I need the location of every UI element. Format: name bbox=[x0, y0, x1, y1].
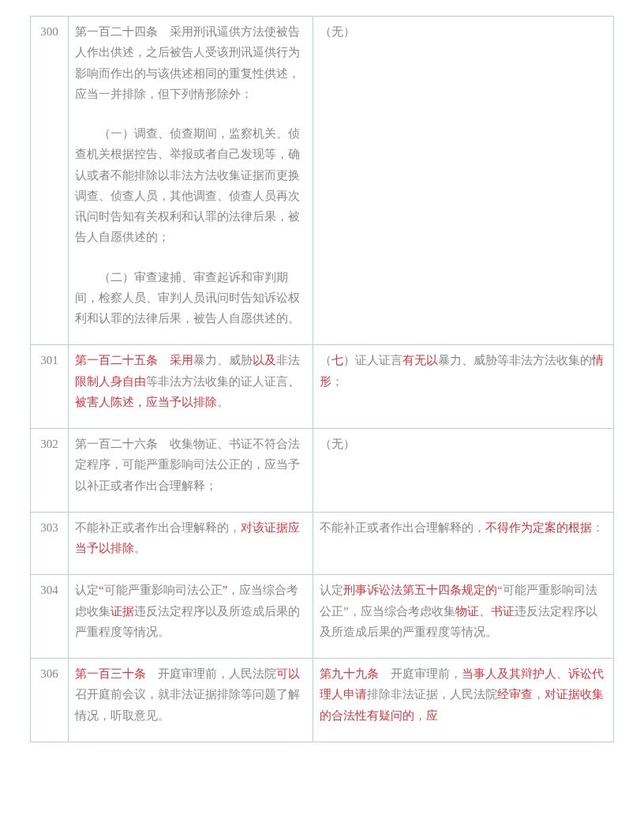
paragraph: 不能补正或者作出合理解释的，对该证据应当予以排除。 bbox=[75, 517, 306, 559]
content-cell: 第一百三十条 开庭审理前，人民法院可以召开庭前会议，就非法证据排除等问题了解情况… bbox=[69, 659, 313, 742]
content-cell: （无） bbox=[313, 17, 614, 345]
paragraph: 第一百二十六条 收集物证、书证不符合法定程序，可能严重影响司法公正的，应当予以补… bbox=[75, 434, 306, 496]
content-cell: （七）证人证言有无以暴力、威胁等非法方法收集的情形； bbox=[313, 345, 614, 429]
row-number: 303 bbox=[31, 512, 69, 575]
table-row: 306第一百三十条 开庭审理前，人民法院可以召开庭前会议，就非法证据排除等问题了… bbox=[31, 659, 614, 742]
content-cell: 第一百二十四条 采用刑讯逼供方法使被告人作出供述，之后被告人受该刑讯逼供行为影响… bbox=[69, 17, 313, 345]
text-segment: 、 bbox=[479, 605, 491, 618]
text-segment: 可能严重影响司法公正 bbox=[104, 584, 223, 596]
text-segment: 第一百二十六条 收集物证、书证不符合法定程序，可能严重影响司法公正的，应当予以补… bbox=[75, 438, 300, 492]
text-segment: （一）调查、侦查期间，监察机关、侦查机关根据控告、举报或者自己发现等，确认或者不… bbox=[75, 127, 300, 243]
content-cell: 认定刑事诉讼法第五十四条规定的“可能严重影响司法公正”，应当综合考虑收集物证、书… bbox=[313, 575, 614, 659]
text-segment: 第一百二十四条 采用刑讯逼供方法使被告人作出供述，之后被告人受该刑讯逼供行为影响… bbox=[75, 25, 300, 100]
text-segment: 召开庭前会议，就非法证据排除等问题了解情况，听取意见。 bbox=[75, 688, 300, 721]
text-segment: ）证人证言 bbox=[343, 354, 402, 366]
text-segment: ； bbox=[331, 375, 343, 388]
paragraph: 不能补正或者作出合理解释的，不得作为定案的根据： bbox=[320, 517, 607, 538]
highlighted-text: 限制人身自由 bbox=[75, 375, 146, 388]
highlighted-text: 当事人及其辩护人 bbox=[462, 667, 556, 680]
highlighted-text: 应 bbox=[426, 709, 438, 722]
text-segment: 非法 bbox=[276, 354, 300, 366]
paragraph: （二）审查逮捕、审查起诉和审判期间，检察人员、审判人员讯问时告知诉讼权利和认罪的… bbox=[75, 267, 306, 329]
highlighted-text: 可以 bbox=[276, 667, 300, 680]
row-number: 301 bbox=[31, 345, 69, 429]
text-segment: 开庭审理前，人民法院 bbox=[146, 667, 276, 680]
row-number: 304 bbox=[31, 575, 69, 659]
paragraph: 第一百二十五条 采用暴力、威胁以及非法限制人身自由等非法方法收集的证人证言、被害… bbox=[75, 350, 306, 412]
paragraph: （七）证人证言有无以暴力、威胁等非法方法收集的情形； bbox=[320, 350, 607, 392]
highlighted-text: 刑事诉讼法第五十四条规定的 bbox=[343, 584, 497, 596]
row-number: 300 bbox=[31, 17, 69, 345]
highlighted-text: 七 bbox=[331, 354, 343, 366]
highlighted-text: 第九十九条 bbox=[320, 667, 379, 680]
text-segment: （无） bbox=[320, 25, 355, 38]
highlighted-text: 以及 bbox=[253, 354, 276, 366]
paragraph: （无） bbox=[320, 434, 607, 454]
content-cell: 不能补正或者作出合理解释的，不得作为定案的根据： bbox=[313, 512, 614, 575]
table-row: 304认定“可能严重影响司法公正”，应当综合考虑收集证据违反法定程序以及所造成后… bbox=[31, 575, 614, 659]
text-segment: 等非法方法收集的证人证言 bbox=[146, 375, 288, 388]
content-cell: 认定“可能严重影响司法公正”，应当综合考虑收集证据违反法定程序以及所造成后果的严… bbox=[69, 575, 313, 659]
highlighted-text: 证据 bbox=[110, 605, 134, 618]
text-segment: 认定 bbox=[75, 584, 99, 596]
text-segment: 开庭审理前， bbox=[379, 667, 462, 680]
highlighted-text: 第一百二十五条 采用 bbox=[75, 354, 193, 366]
highlighted-text: 有无以 bbox=[402, 354, 438, 366]
table-row: 302第一百二十六条 收集物证、书证不符合法定程序，可能严重影响司法公正的，应当… bbox=[31, 429, 614, 513]
content-cell: 第一百二十五条 采用暴力、威胁以及非法限制人身自由等非法方法收集的证人证言、被害… bbox=[69, 345, 313, 429]
content-cell: 不能补正或者作出合理解释的，对该证据应当予以排除。 bbox=[69, 512, 313, 575]
content-cell: 第一百二十六条 收集物证、书证不符合法定程序，可能严重影响司法公正的，应当予以补… bbox=[69, 429, 313, 513]
text-segment: 暴力、威胁 bbox=[193, 354, 253, 366]
text-segment: 。 bbox=[217, 396, 229, 408]
content-cell: （无） bbox=[313, 429, 614, 513]
text-segment: ， bbox=[414, 709, 426, 722]
text-segment: 不能补正或者作出合理解释的， bbox=[75, 521, 241, 534]
highlighted-text: 物证 bbox=[455, 605, 479, 618]
text-segment: （ bbox=[320, 354, 331, 366]
paragraph: 认定刑事诉讼法第五十四条规定的“可能严重影响司法公正”，应当综合考虑收集物证、书… bbox=[320, 580, 607, 642]
table-row: 303不能补正或者作出合理解释的，对该证据应当予以排除。不能补正或者作出合理解释… bbox=[31, 512, 614, 575]
text-segment: 暴力、威胁等非法方法收集的 bbox=[438, 354, 592, 366]
text-segment: 排除非法证据，人民法院 bbox=[367, 688, 497, 701]
highlighted-text: 不得作为定案的根据 bbox=[485, 521, 592, 534]
text-segment: ： bbox=[592, 521, 604, 534]
paragraph: 认定“可能严重影响司法公正”，应当综合考虑收集证据违反法定程序以及所造成后果的严… bbox=[75, 580, 306, 642]
paragraph: 第一百二十四条 采用刑讯逼供方法使被告人作出供述，之后被告人受该刑讯逼供行为影响… bbox=[75, 21, 306, 104]
comparison-table: 300第一百二十四条 采用刑讯逼供方法使被告人作出供述，之后被告人受该刑讯逼供行… bbox=[30, 16, 614, 742]
text-segment: 不能补正或者作出合理解释的， bbox=[320, 521, 485, 534]
text-segment: 、 bbox=[556, 667, 568, 680]
highlighted-text: 经审查 bbox=[497, 688, 533, 701]
paragraph: 第一百三十条 开庭审理前，人民法院可以召开庭前会议，就非法证据排除等问题了解情况… bbox=[75, 663, 306, 726]
row-number: 306 bbox=[31, 659, 69, 742]
text-segment: 。 bbox=[134, 542, 146, 554]
text-segment: 认定 bbox=[320, 584, 343, 596]
text-segment: （无） bbox=[320, 438, 355, 450]
content-cell: 第九十九条 开庭审理前，当事人及其辩护人、诉讼代理人申请排除非法证据，人民法院经… bbox=[313, 659, 614, 742]
text-segment: （二）审查逮捕、审查起诉和审判期间，检察人员、审判人员讯问时告知诉讼权利和认罪的… bbox=[75, 271, 300, 325]
paragraph: 第九十九条 开庭审理前，当事人及其辩护人、诉讼代理人申请排除非法证据，人民法院经… bbox=[320, 663, 607, 726]
paragraph: （一）调查、侦查期间，监察机关、侦查机关根据控告、举报或者自己发现等，确认或者不… bbox=[75, 123, 306, 248]
row-number: 302 bbox=[31, 429, 69, 513]
text-segment: ， bbox=[533, 688, 545, 701]
highlighted-text: “ bbox=[99, 584, 104, 596]
highlighted-text: 第一百三十条 bbox=[75, 667, 146, 680]
table-row: 301第一百二十五条 采用暴力、威胁以及非法限制人身自由等非法方法收集的证人证言… bbox=[31, 345, 614, 429]
table-row: 300第一百二十四条 采用刑讯逼供方法使被告人作出供述，之后被告人受该刑讯逼供行… bbox=[31, 17, 614, 345]
highlighted-text: 书证 bbox=[491, 605, 515, 618]
paragraph: （无） bbox=[320, 21, 607, 42]
